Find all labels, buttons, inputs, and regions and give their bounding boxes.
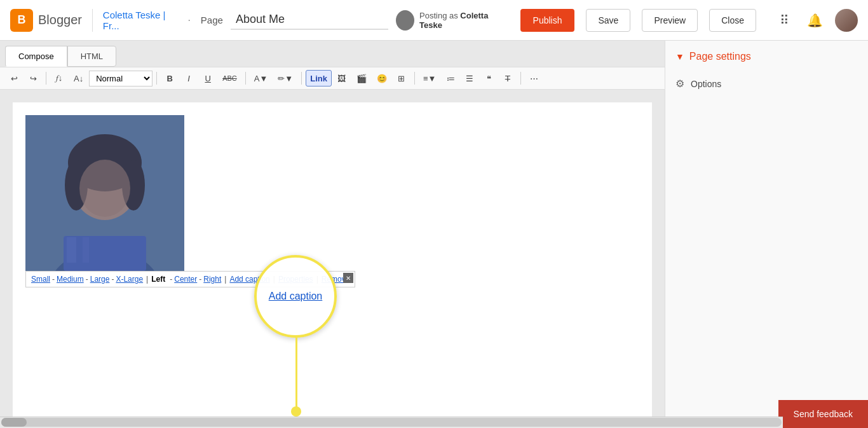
dot-separator: · xyxy=(187,15,190,26)
options-label: Options xyxy=(691,79,721,89)
apps-icon[interactable]: ⠿ xyxy=(774,10,794,31)
jump-break-button[interactable]: ⋯ xyxy=(525,70,543,86)
img-close-button[interactable]: ✕ xyxy=(343,273,353,283)
clear-format-button[interactable]: T̶ xyxy=(499,70,517,86)
zoom-add-caption-label: Add caption xyxy=(269,291,323,302)
img-align-right[interactable]: Right xyxy=(203,275,221,284)
format-toolbar: ↩ ↪ 𝑓↓ A↓ Normal B I U ABC A▼ ✏▼ Link 🖼 … xyxy=(0,67,665,90)
font-style-button[interactable]: 𝑓↓ xyxy=(50,70,68,86)
paragraph-style-select[interactable]: Normal xyxy=(89,71,153,86)
highlight-button[interactable]: ✏▼ xyxy=(273,70,297,86)
top-navigation: B Blogger Coletta Teske | Fr... · Page P… xyxy=(0,0,868,41)
page-settings-title: Page settings xyxy=(689,51,751,62)
posting-as-text: Posting as Coletta Teske xyxy=(419,11,505,30)
content-area[interactable]: Small - Medium - Large - X-Large | Left … xyxy=(0,90,665,428)
toolbar-sep-2 xyxy=(156,72,157,85)
toolbar-sep-1 xyxy=(46,72,46,85)
toolbar-sep-6 xyxy=(520,72,521,85)
image-toolbar: Small - Medium - Large - X-Large | Left … xyxy=(25,271,355,287)
options-item[interactable]: ⚙ Options xyxy=(675,72,858,95)
toolbar-sep-3 xyxy=(245,72,246,85)
align-button[interactable]: ≡▼ xyxy=(419,70,440,86)
redo-button[interactable]: ↪ xyxy=(24,70,42,86)
strikethrough-button[interactable]: ABC xyxy=(218,70,241,86)
tab-compose[interactable]: Compose xyxy=(5,46,67,67)
numbered-list-button[interactable]: ≔ xyxy=(442,70,459,86)
person-svg xyxy=(25,115,184,271)
sidebar: ▼ Page settings ⚙ Options xyxy=(665,41,868,428)
img-align-left-label: Left xyxy=(151,275,165,284)
blog-name[interactable]: Coletta Teske | Fr... xyxy=(103,10,178,31)
editor-outer: Compose HTML ↩ ↪ 𝑓↓ A↓ Normal B I U ABC … xyxy=(0,41,868,428)
options-gear-icon: ⚙ xyxy=(675,78,684,90)
preview-button[interactable]: Preview xyxy=(642,9,698,32)
close-button[interactable]: Close xyxy=(709,9,756,32)
img-size-xlarge[interactable]: X-Large xyxy=(116,275,143,284)
scrollbar-track xyxy=(1,418,782,427)
nav-divider xyxy=(92,9,93,32)
notifications-icon[interactable]: 🔔 xyxy=(804,10,825,31)
img-size-small[interactable]: Small xyxy=(31,275,50,284)
font-size-button[interactable]: A↓ xyxy=(69,70,88,86)
editor-main: Compose HTML ↩ ↪ 𝑓↓ A↓ Normal B I U ABC … xyxy=(0,41,665,428)
insert-emoji-button[interactable]: 😊 xyxy=(372,70,391,86)
top-right-icons: ⠿ 🔔 xyxy=(774,9,858,32)
user-avatar[interactable] xyxy=(835,9,858,32)
italic-button[interactable]: I xyxy=(180,70,198,86)
bulleted-list-button[interactable]: ☰ xyxy=(461,70,478,86)
img-size-large[interactable]: Large xyxy=(90,275,110,284)
image-block[interactable]: Small - Medium - Large - X-Large | Left … xyxy=(25,115,355,287)
img-size-medium[interactable]: Medium xyxy=(57,275,84,284)
page-label: Page xyxy=(201,15,223,25)
toolbar-sep-5 xyxy=(414,72,415,85)
posting-avatar xyxy=(396,10,414,31)
zoom-dot xyxy=(291,406,301,417)
save-button[interactable]: Save xyxy=(586,9,630,32)
blogger-wordmark: Blogger xyxy=(38,13,82,27)
underline-button[interactable]: U xyxy=(199,70,217,86)
page-title-input[interactable] xyxy=(231,10,388,30)
insert-image-button[interactable]: 🖼 xyxy=(333,70,351,86)
img-add-caption[interactable]: Add caption xyxy=(229,275,269,284)
bold-button[interactable]: B xyxy=(161,70,179,86)
publish-button[interactable]: Publish xyxy=(520,9,575,32)
bottom-scrollbar[interactable] xyxy=(0,417,783,428)
compose-tabs: Compose HTML xyxy=(0,41,665,67)
text-color-button[interactable]: A▼ xyxy=(250,70,273,86)
blogger-icon: B xyxy=(10,9,33,32)
zoom-line xyxy=(295,338,297,408)
blogger-logo[interactable]: B Blogger xyxy=(10,9,82,32)
img-align-center[interactable]: Center xyxy=(174,275,197,284)
undo-button[interactable]: ↩ xyxy=(5,70,23,86)
posting-as: Posting as Coletta Teske xyxy=(396,10,505,31)
link-button[interactable]: Link xyxy=(306,70,332,86)
editor-image xyxy=(25,115,184,271)
page-settings-header[interactable]: ▼ Page settings xyxy=(675,51,858,62)
send-feedback-button[interactable]: Send feedback xyxy=(778,400,868,428)
insert-special-button[interactable]: ⊞ xyxy=(393,70,410,86)
img-properties[interactable]: Properties xyxy=(278,275,313,284)
tab-html[interactable]: HTML xyxy=(67,46,116,67)
blockquote-button[interactable]: ❝ xyxy=(480,70,498,86)
toolbar-sep-4 xyxy=(301,72,302,85)
insert-video-button[interactable]: 🎬 xyxy=(352,70,371,86)
editor-image-inner xyxy=(25,115,184,271)
page-settings-toggle-icon: ▼ xyxy=(675,52,684,62)
scrollbar-thumb[interactable] xyxy=(1,418,27,427)
editor-canvas[interactable]: Small - Medium - Large - X-Large | Left … xyxy=(13,102,652,428)
svg-rect-10 xyxy=(25,115,184,271)
